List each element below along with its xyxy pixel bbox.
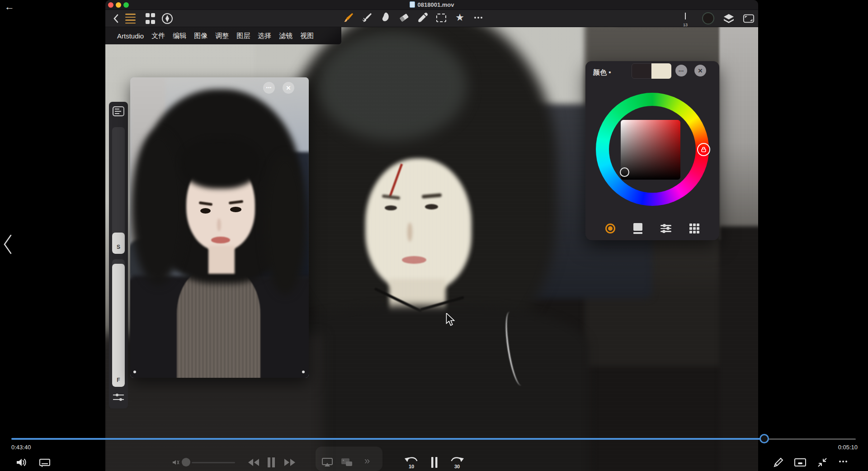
previous-item-chevron-icon[interactable]	[1, 233, 14, 257]
panel-toggle-icon[interactable]	[113, 106, 124, 116]
window-titlebar: 0818001.mov	[105, 0, 758, 10]
volume-icon[interactable]	[15, 457, 28, 468]
remaining-time: 0:05:10	[838, 444, 858, 451]
ellipsis-icon: •••	[266, 86, 272, 90]
brush-size-line	[685, 13, 686, 19]
menu-icon[interactable]	[124, 13, 136, 24]
layers-icon[interactable]	[723, 13, 735, 24]
color-panel-close-button[interactable]: ✕	[694, 65, 706, 76]
gallery-grid-icon[interactable]	[144, 13, 156, 24]
selection-tool[interactable]	[435, 12, 447, 24]
smudge-tool[interactable]	[380, 12, 392, 24]
menu-artstudio[interactable]: Artstudio	[117, 32, 144, 40]
hue-lock-icon[interactable]	[697, 143, 710, 156]
favorites-star-icon[interactable]: ★	[454, 12, 466, 24]
timeline-progress[interactable]	[11, 438, 760, 440]
reference-bangs	[181, 139, 260, 189]
skip-back-label: 10	[409, 464, 414, 469]
color-cursor[interactable]	[620, 167, 629, 177]
color-panel-tabs	[585, 219, 719, 238]
pressure-pen-icon[interactable]	[161, 13, 173, 24]
current-color-swatch[interactable]	[702, 12, 714, 24]
left-slider-rail: S F	[109, 102, 128, 409]
brush-size-slider-handle[interactable]: S	[112, 233, 125, 254]
mute-icon[interactable]	[172, 459, 180, 466]
brush-size-value: 13	[683, 23, 688, 27]
ellipsis-icon: •••	[679, 69, 684, 73]
more-options-icon[interactable]	[838, 461, 848, 462]
reference-image-panel[interactable]: ••• ✕	[130, 77, 309, 378]
airplay-icon[interactable]	[321, 457, 333, 467]
menu-image[interactable]: 图像	[194, 32, 208, 40]
skip-forward-label: 30	[454, 464, 460, 469]
tool-group: ★	[343, 12, 484, 24]
picture-in-picture-icon[interactable]	[340, 457, 353, 467]
timeline-remaining[interactable]	[769, 438, 856, 440]
canvas-fullscreen-icon[interactable]	[743, 13, 755, 24]
tab-color-palette[interactable]	[689, 224, 699, 233]
painting-canvas[interactable]: Artstudio 文件 编辑 图像 调整 图层 选择 滤镜 视图 S F	[105, 27, 758, 471]
wet-brush-tool[interactable]	[361, 12, 373, 24]
menu-edit[interactable]: 编辑	[173, 32, 186, 40]
markup-pencil-icon[interactable]	[773, 457, 784, 468]
subtitles-icon[interactable]	[39, 458, 51, 468]
reference-resize-handle[interactable]	[302, 371, 305, 373]
paint-brush-tool[interactable]	[343, 12, 354, 24]
volume-slider-handle[interactable]	[182, 458, 190, 466]
screen: ← 0818001.mov	[0, 0, 868, 471]
brush-flow-slider-handle[interactable]: F	[112, 264, 125, 387]
video-window: 0818001.mov	[105, 0, 758, 471]
menu-layer[interactable]: 图层	[236, 32, 250, 40]
exit-fullscreen-icon[interactable]	[816, 457, 828, 468]
eyedropper-tool[interactable]	[417, 12, 429, 24]
close-icon: ✕	[698, 67, 703, 74]
close-icon: ✕	[286, 85, 291, 91]
expand-controls-icon[interactable]: »	[364, 456, 370, 466]
timeline-scrubber[interactable]	[760, 434, 769, 443]
tab-color-square[interactable]	[633, 223, 642, 234]
reference-lips	[211, 237, 230, 243]
reference-hair-left	[131, 132, 185, 285]
tab-color-sliders[interactable]	[660, 223, 671, 234]
mouse-cursor	[445, 313, 455, 328]
reference-neck	[208, 246, 235, 274]
artstudio-menubar: Artstudio 文件 编辑 图像 调整 图层 选择 滤镜 视图	[105, 27, 341, 44]
slider-settings-icon[interactable]	[113, 392, 125, 403]
menu-select[interactable]: 选择	[258, 32, 271, 40]
skip-back-10-button[interactable]: 10	[404, 454, 419, 471]
secondary-color-swatch[interactable]	[651, 63, 671, 79]
fast-forward-icon[interactable]	[283, 457, 297, 467]
reference-eye-right	[230, 207, 241, 212]
reference-nose	[217, 219, 221, 231]
movie-file-icon	[410, 1, 415, 8]
rewind-icon[interactable]	[247, 457, 260, 467]
menu-filter[interactable]: 滤镜	[279, 32, 292, 40]
reference-more-button[interactable]: •••	[263, 82, 275, 94]
app-back-chevron-icon[interactable]	[110, 13, 122, 24]
menu-adjust[interactable]: 调整	[215, 32, 229, 40]
brush-flow-slider[interactable]: F	[112, 259, 125, 387]
menu-file[interactable]: 文件	[151, 32, 165, 40]
reference-close-button[interactable]: ✕	[283, 82, 294, 94]
artstudio-toolbar: ★ 13	[105, 10, 758, 27]
pause-button[interactable]	[429, 456, 439, 469]
brush-size-slider[interactable]: S	[112, 127, 125, 254]
pause-icon-secondary[interactable]	[266, 457, 276, 468]
brush-size-indicator[interactable]: 13	[680, 12, 690, 25]
reference-eye-left	[200, 208, 211, 214]
volume-slider-track[interactable]	[192, 462, 235, 463]
reference-resize-handle[interactable]	[133, 371, 136, 373]
primary-color-swatch[interactable]	[632, 63, 651, 79]
saturation-value-square[interactable]	[621, 120, 680, 180]
tab-color-wheel[interactable]	[605, 224, 615, 233]
skip-forward-30-button[interactable]: 30	[449, 454, 465, 471]
player-back-icon[interactable]: ←	[5, 1, 14, 13]
elapsed-time: 0:43:40	[11, 444, 31, 451]
thumbnail-bar-icon[interactable]	[794, 458, 807, 467]
reference-hair-right	[264, 154, 307, 295]
color-panel-more-button[interactable]: •••	[675, 65, 687, 76]
menu-view[interactable]: 视图	[300, 32, 314, 40]
eraser-tool[interactable]	[398, 12, 410, 24]
color-panel: 颜色 • ••• ✕	[585, 61, 719, 240]
more-tools-icon[interactable]	[472, 12, 484, 24]
